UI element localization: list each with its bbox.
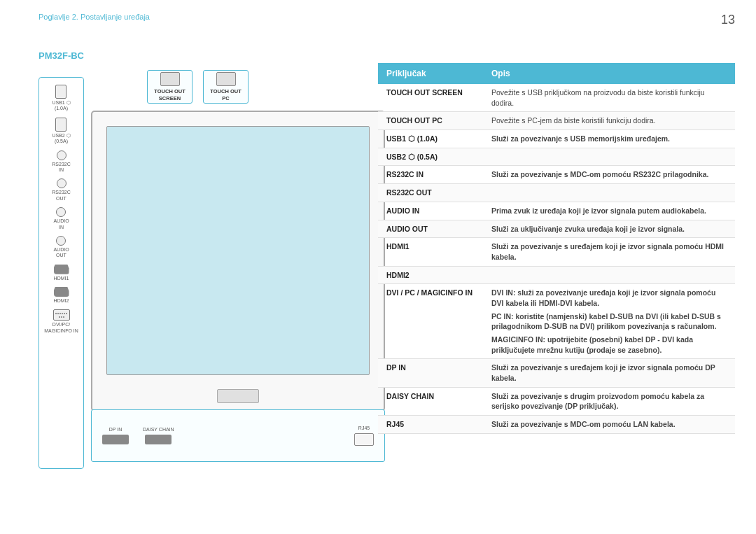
table-cell-description (483, 184, 735, 202)
monitor-diagram: TOUCH OUTSCREEN TOUCH OUTPC DP IN DAISY (91, 70, 392, 462)
model-title: PM32F-BC (38, 50, 84, 61)
table-row: USB1 ⬡ (1.0A)Služi za povezivanje s USB … (378, 130, 735, 148)
rs232c-in-label: RS232CIN (52, 162, 70, 174)
monitor-stand (217, 389, 259, 403)
table-row: DP INSluži za povezivanje s uređajem koj… (378, 359, 735, 387)
bottom-connectors-panel: DP IN DAISY CHAIN RJ45 (91, 409, 385, 462)
dp-in-label: DP IN (109, 427, 122, 432)
table-cell-connector: RJ45 (378, 416, 483, 434)
rj45-port (354, 433, 374, 446)
port-hdmi2: HDMI2 (54, 287, 69, 304)
connector-table: Priključak Opis TOUCH OUT SCREENPovežite… (378, 63, 735, 434)
rs232c-in-icon (57, 150, 66, 160)
usb1-icon (55, 85, 66, 99)
port-audio-in: AUDIOIN (53, 207, 69, 230)
port-hdmi1: HDMI1 (54, 265, 69, 281)
table-header-connector: Priključak (378, 63, 483, 84)
table-row: AUDIO INPrima zvuk iz uređaja koji je iz… (378, 202, 735, 220)
table-cell-description: Služi za povezivanje s MDC-om pomoću LAN… (483, 416, 735, 434)
table-cell-description: Služi za povezivanje s drugim proizvodom… (483, 387, 735, 415)
port-audio-out: AUDIOOUT (53, 236, 69, 259)
table-cell-connector: AUDIO IN (378, 202, 483, 220)
table-cell-connector: RS232C IN (378, 166, 483, 184)
table-cell-description: Služi za povezivanje s MDC-om pomoću RS2… (483, 166, 735, 184)
connector-table-area: Priključak Opis TOUCH OUT SCREENPovežite… (378, 63, 735, 518)
daisy-chain-label: DAISY CHAIN (143, 427, 174, 432)
table-cell-description: Služi za povezivanje s uređajem koji je … (483, 238, 735, 266)
table-row: HDMI2 (378, 266, 735, 284)
side-panel: USB1 ⬡(1.0A) USB2 ⬡(0.5A) RS232CIN RS232… (38, 77, 84, 469)
table-cell-connector: USB1 ⬡ (1.0A) (378, 130, 483, 148)
audio-in-label: AUDIOIN (53, 218, 69, 230)
touch-out-pc-port-icon (216, 72, 236, 86)
table-row: AUDIO OUTSluži za uključivanje zvuka ure… (378, 220, 735, 238)
table-cell-connector: DVI / PC / MAGICINFO IN (378, 284, 483, 359)
table-cell-connector: USB2 ⬡ (0.5A) (378, 148, 483, 166)
touch-out-pc-box: TOUCH OUTPC (203, 70, 248, 104)
port-usb2: USB2 ⬡(0.5A) (52, 118, 70, 145)
table-cell-connector: TOUCH OUT PC (378, 112, 483, 130)
rs232c-out-label: RS232COUT (52, 190, 70, 202)
touch-out-screen-box: TOUCH OUTSCREEN (147, 70, 192, 104)
monitor-screen (106, 126, 370, 375)
touch-out-screen-label: TOUCH OUTSCREEN (154, 88, 185, 102)
port-rs232c-in: RS232CIN (52, 150, 70, 174)
table-cell-description: DVI IN: služi za povezivanje uređaja koj… (483, 284, 735, 359)
touch-out-pc-label: TOUCH OUTPC (210, 88, 241, 102)
diagram-area: USB1 ⬡(1.0A) USB2 ⬡(0.5A) RS232CIN RS232… (38, 63, 396, 504)
table-row: RS232C INSluži za povezivanje s MDC-om p… (378, 166, 735, 184)
table-cell-connector: HDMI1 (378, 238, 483, 266)
table-cell-connector: TOUCH OUT SCREEN (378, 84, 483, 112)
table-row: USB2 ⬡ (0.5A) (378, 148, 735, 166)
table-cell-connector: RS232C OUT (378, 184, 483, 202)
touch-out-screen-connector: TOUCH OUTSCREEN (147, 70, 192, 104)
rj45-label: RJ45 (358, 426, 370, 430)
table-row: DVI / PC / MAGICINFO INDVI IN: služi za … (378, 284, 735, 359)
table-row: HDMI1Služi za povezivanje s uređajem koj… (378, 238, 735, 266)
table-row: TOUCH OUT PCPovežite s PC-jem da biste k… (378, 112, 735, 130)
daisy-chain-port (145, 435, 172, 444)
port-dvi: DVI/PC/MAGICINFO IN (44, 309, 78, 334)
port-usb1: USB1 ⬡(1.0A) (52, 85, 70, 112)
touch-out-screen-port-icon (160, 72, 180, 86)
usb1-label: USB1 ⬡(1.0A) (52, 100, 70, 112)
dvi-label: DVI/PC/MAGICINFO IN (44, 322, 78, 334)
touch-out-pc-connector: TOUCH OUTPC (203, 70, 248, 104)
table-row: RS232C OUT (378, 184, 735, 202)
usb2-label: USB2 ⬡(0.5A) (52, 133, 70, 145)
table-cell-connector: HDMI2 (378, 266, 483, 284)
table-cell-description: Služi za povezivanje s uređajem koji je … (483, 359, 735, 387)
top-connectors: TOUCH OUTSCREEN TOUCH OUTPC (147, 70, 248, 104)
dp-in-port (102, 435, 129, 444)
table-cell-description: Povežite s PC-jem da biste koristili fun… (483, 112, 735, 130)
dvi-icon (53, 309, 70, 321)
table-header-description: Opis (483, 63, 735, 84)
table-cell-description: Povežite s USB priključkom na proizvodu … (483, 84, 735, 112)
hdmi1-icon (54, 265, 69, 274)
audio-in-icon (56, 207, 66, 217)
chapter-header: Poglavlje 2. Postavljanje uređaja (38, 13, 150, 21)
table-cell-connector: DAISY CHAIN (378, 387, 483, 415)
dp-in-group: DP IN (102, 427, 129, 444)
table-cell-description: Prima zvuk iz uređaja koji je izvor sign… (483, 202, 735, 220)
table-row: TOUCH OUT SCREENPovežite s USB priključk… (378, 84, 735, 112)
table-cell-connector: DP IN (378, 359, 483, 387)
daisy-chain-group: DAISY CHAIN (143, 427, 174, 444)
table-cell-description: Služi za uključivanje zvuka uređaja koji… (483, 220, 735, 238)
table-cell-description (483, 266, 735, 284)
table-cell-description: Služi za povezivanje s USB memorijskim u… (483, 130, 735, 148)
table-cell-description (483, 148, 735, 166)
port-rs232c-out: RS232COUT (52, 178, 70, 202)
hdmi2-label: HDMI2 (54, 298, 69, 304)
page-number: 13 (721, 13, 735, 27)
audio-out-icon (56, 236, 66, 246)
rs232c-out-icon (57, 178, 66, 188)
audio-out-label: AUDIOOUT (53, 247, 69, 259)
monitor-frame (91, 111, 385, 412)
table-cell-connector: AUDIO OUT (378, 220, 483, 238)
table-row: RJ45Služi za povezivanje s MDC-om pomoću… (378, 416, 735, 434)
rj45-group: RJ45 (354, 426, 374, 446)
table-row: DAISY CHAINSluži za povezivanje s drugim… (378, 387, 735, 415)
hdmi1-label: HDMI1 (54, 276, 69, 281)
hdmi2-icon (54, 287, 69, 297)
